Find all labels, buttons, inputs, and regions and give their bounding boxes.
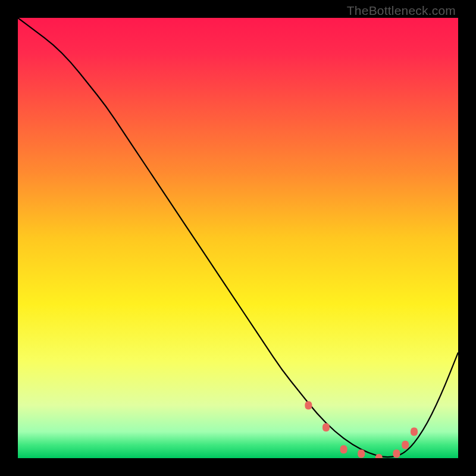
highlight-markers — [305, 401, 418, 458]
marker-point — [358, 450, 365, 458]
plot-area — [18, 18, 458, 458]
marker-point — [411, 428, 418, 436]
marker-point — [393, 450, 400, 458]
watermark-text: TheBottleneck.com — [347, 4, 456, 18]
marker-point — [340, 445, 347, 453]
chart-curve-layer — [18, 18, 458, 458]
marker-point — [322, 423, 330, 431]
marker-point — [402, 441, 409, 449]
chart-container: TheBottleneck.com — [0, 0, 476, 476]
marker-point — [305, 401, 312, 409]
bottleneck-curve — [18, 18, 458, 457]
